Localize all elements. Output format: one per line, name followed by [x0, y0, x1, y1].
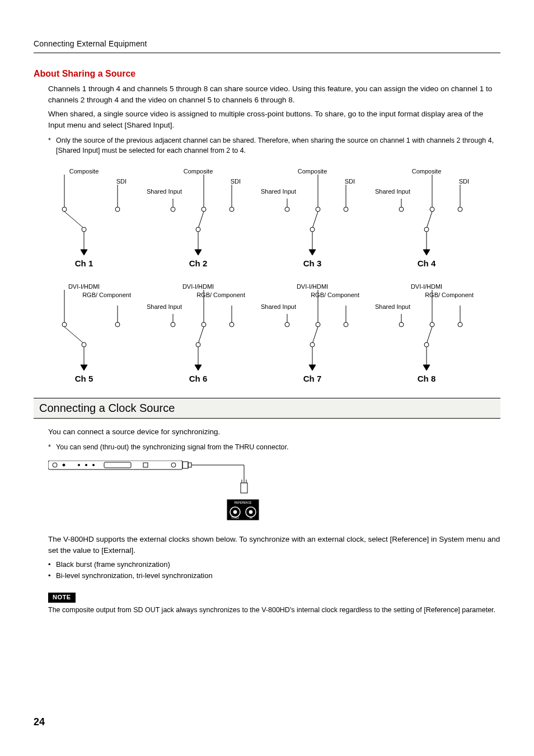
shared-input-label: Shared Input — [375, 188, 402, 195]
svg-point-35 — [424, 227, 429, 232]
asterisk-icon: * — [48, 136, 56, 156]
svg-line-4 — [64, 212, 84, 228]
ch8-label: Ch 8 — [376, 374, 477, 383]
svg-marker-65 — [309, 365, 316, 370]
clock-svg: REFERENCE THRU IN — [48, 461, 272, 522]
svg-marker-75 — [423, 365, 430, 370]
breadcrumb: Connecting External Equipment — [34, 39, 500, 48]
clock-body: You can connect a source device for sync… — [48, 426, 500, 616]
ch2-label: Ch 2 — [148, 259, 249, 268]
dvi-label: DVI-I/HDMI — [68, 283, 100, 290]
svg-point-84 — [171, 463, 176, 467]
svg-point-15 — [196, 227, 200, 232]
svg-point-5 — [82, 227, 86, 232]
svg-marker-27 — [309, 250, 316, 255]
ch3-label: Ch 3 — [262, 259, 363, 268]
ch5-block: DVI-I/HDMI RGB/ Component Ch 5 — [34, 283, 134, 383]
composite-label: Composite — [184, 168, 213, 175]
sharing-star-note: * Only the source of the previous adjace… — [48, 136, 500, 156]
sdi-label: SDI — [459, 178, 469, 185]
svg-point-77 — [53, 463, 57, 467]
svg-point-33 — [458, 207, 462, 212]
svg-rect-86 — [188, 463, 191, 467]
shared-input-label: Shared Input — [147, 303, 174, 311]
svg-point-53 — [196, 342, 200, 347]
clock-note-text: You can send (thru-out) the synchronizin… — [56, 443, 500, 453]
svg-line-42 — [64, 327, 84, 344]
ch6-block: DVI-I/HDMI RGB/ Component Shared Input C — [148, 283, 249, 383]
diagram-area: Composite SDI Ch 1 Composite SDI S — [34, 168, 500, 383]
svg-line-72 — [427, 327, 432, 344]
svg-marker-7 — [81, 250, 87, 255]
bullet-item: •Bi-level synchronization, tri-level syn… — [48, 571, 500, 581]
svg-rect-82 — [104, 462, 131, 468]
composite-label: Composite — [412, 168, 442, 175]
ch7-block: DVI-I/HDMI RGB/ Component Shared Input C — [262, 283, 363, 383]
svg-marker-37 — [423, 250, 430, 255]
sharing-note-text: Only the source of the previous adjacent… — [56, 136, 500, 156]
svg-point-43 — [82, 342, 86, 347]
svg-point-71 — [458, 322, 462, 327]
note-text: The composite output from SD OUT jack al… — [48, 605, 500, 615]
svg-rect-76 — [48, 461, 182, 469]
svg-point-29 — [399, 207, 404, 212]
shared-input-label: Shared Input — [147, 188, 174, 195]
shared-input-label: Shared Input — [261, 303, 288, 311]
svg-point-78 — [63, 464, 65, 466]
svg-point-90 — [233, 510, 237, 514]
ch1-block: Composite SDI Ch 1 — [34, 168, 134, 268]
thru-label: THRU — [231, 516, 239, 519]
ch4-label: Ch 4 — [376, 259, 477, 268]
note-badge: NOTE — [48, 593, 76, 603]
ch7-label: Ch 7 — [262, 374, 363, 383]
dvi-label: DVI-I/HDMI — [297, 283, 328, 290]
svg-point-69 — [430, 322, 434, 327]
svg-point-39 — [62, 322, 67, 327]
svg-point-13 — [229, 207, 234, 212]
top-rule — [34, 53, 500, 53]
svg-line-24 — [312, 212, 318, 228]
svg-point-80 — [86, 464, 87, 466]
svg-marker-17 — [195, 250, 202, 255]
svg-point-47 — [171, 322, 175, 327]
ch8-block: DVI-I/HDMI RGB/ Component Shared Input C — [376, 283, 477, 383]
clock-heading: Connecting a Clock Source — [34, 398, 500, 419]
ch1-label: Ch 1 — [34, 259, 134, 268]
sharing-heading: About Sharing a Source — [34, 69, 500, 79]
svg-point-79 — [78, 464, 80, 466]
shared-input-label: Shared Input — [375, 303, 402, 311]
sdi-label: SDI — [116, 178, 127, 185]
svg-point-9 — [171, 207, 175, 212]
svg-point-73 — [424, 342, 429, 347]
ch5-label: Ch 5 — [34, 374, 134, 383]
svg-point-31 — [430, 207, 434, 212]
svg-line-34 — [427, 212, 432, 228]
svg-point-51 — [229, 322, 234, 327]
svg-point-41 — [115, 322, 120, 327]
svg-point-49 — [202, 322, 206, 327]
svg-point-1 — [62, 207, 67, 212]
svg-point-21 — [316, 207, 320, 212]
svg-point-3 — [115, 207, 120, 212]
svg-rect-85 — [182, 462, 188, 468]
sharing-body: Channels 1 through 4 and channels 5 thro… — [48, 83, 500, 156]
sharing-p1: Channels 1 through 4 and channels 5 thro… — [48, 83, 500, 105]
bullet-text: Bi-level synchronization, tri-level sync… — [56, 571, 213, 581]
rgb-label: RGB/ Component — [196, 292, 245, 298]
svg-marker-55 — [195, 365, 202, 370]
rgb-label: RGB/ Component — [425, 292, 474, 298]
sdi-label: SDI — [231, 178, 241, 185]
diagram-row-top: Composite SDI Ch 1 Composite SDI S — [34, 168, 500, 268]
ch3-block: Composite SDI Shared Input Ch 3 — [262, 168, 363, 268]
svg-point-81 — [93, 464, 95, 466]
clock-figure: REFERENCE THRU IN — [48, 461, 500, 525]
svg-line-62 — [312, 327, 318, 344]
svg-point-63 — [310, 342, 315, 347]
svg-line-52 — [198, 327, 204, 344]
dvi-label: DVI-I/HDMI — [182, 283, 214, 290]
ch4-block: Composite SDI Shared Input Ch 4 — [376, 168, 477, 268]
diagram-row-bottom: DVI-I/HDMI RGB/ Component Ch 5 DVI-I/HDM… — [34, 283, 500, 383]
svg-line-14 — [198, 212, 204, 228]
bullet-text: Black burst (frame synchronization) — [56, 560, 170, 570]
sdi-label: SDI — [345, 178, 355, 185]
